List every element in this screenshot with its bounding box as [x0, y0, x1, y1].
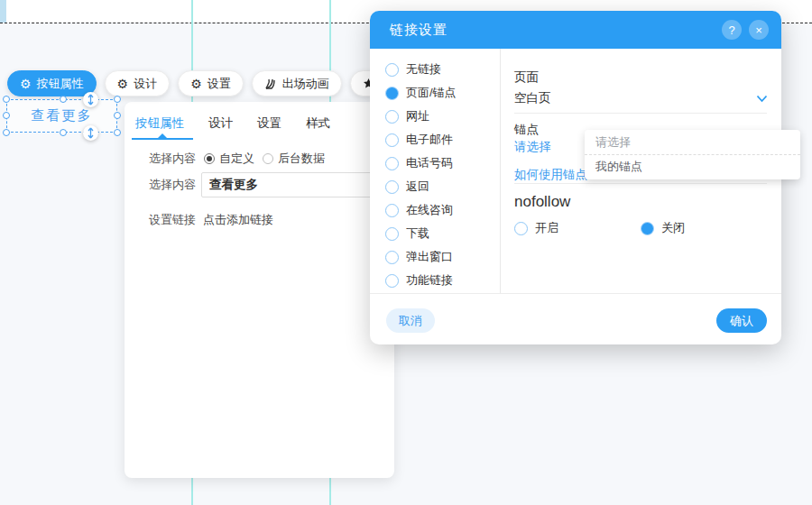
up-down-arrow-icon [87, 94, 95, 106]
add-link-button[interactable]: 点击添加链接 [203, 212, 273, 228]
radio-icon [263, 153, 273, 164]
radio-icon [385, 227, 399, 241]
radio-icon [385, 63, 399, 77]
toolbar-button-animation[interactable]: 出场动画 [252, 70, 342, 96]
confirm-button[interactable]: 确认 [716, 308, 767, 333]
resize-handle[interactable] [114, 96, 121, 103]
up-down-arrow-icon [87, 127, 95, 139]
radio-custom[interactable]: 自定义 [204, 151, 254, 167]
animation-icon [264, 78, 277, 90]
properties-panel: 按钮属性 设计 设置 样式 选择内容 自定义 后台数据 选择内容 设置链接 点击… [125, 102, 394, 478]
stretch-handle-bottom[interactable] [83, 125, 98, 141]
toolbar-button-design[interactable]: ⚙ 设计 [105, 70, 171, 96]
radio-backend-data[interactable]: 后台数据 [263, 151, 325, 167]
field-label: 选择内容 [149, 151, 196, 167]
panel-tabs: 按钮属性 设计 设置 样式 [135, 114, 330, 133]
field-label: 设置链接 [149, 212, 196, 228]
radio-icon [385, 157, 399, 170]
link-type-url[interactable]: 网址 [385, 105, 500, 128]
radio-label: 自定义 [219, 151, 254, 167]
toolbar-button-label: 出场动画 [282, 76, 329, 92]
set-link-row: 设置链接 点击添加链接 [149, 212, 273, 228]
resize-handle[interactable] [3, 96, 10, 103]
content-text-input[interactable] [201, 172, 381, 197]
toolbar-button-label: 设计 [134, 76, 157, 92]
radio-label: 后台数据 [278, 151, 325, 167]
link-type-phone[interactable]: 电话号码 [385, 152, 500, 175]
dropdown-separator [585, 154, 800, 155]
selected-element-label: 查看更多 [32, 107, 93, 124]
tab-style[interactable]: 样式 [306, 114, 330, 133]
dialog-header-buttons: ? × [722, 20, 769, 40]
resize-handle[interactable] [3, 129, 10, 136]
nofollow-off-option[interactable]: 关闭 [641, 220, 685, 236]
tab-indicator-caret [158, 133, 167, 138]
gear-icon: ⚙ [190, 78, 202, 90]
link-type-page-anchor[interactable]: 页面/锚点 [385, 81, 500, 105]
link-type-function[interactable]: 功能链接 [385, 269, 500, 292]
dialog-header[interactable]: 链接设置 ? × [370, 11, 781, 49]
dialog-footer: 取消 确认 [370, 293, 781, 344]
dialog-column-divider [500, 49, 501, 293]
radio-icon [385, 133, 399, 147]
radio-icon [641, 222, 654, 235]
radio-icon [385, 87, 399, 100]
resize-handle[interactable] [3, 112, 10, 119]
dropdown-option-placeholder[interactable]: 请选择 [585, 133, 800, 152]
tab-design[interactable]: 设计 [208, 114, 233, 133]
nofollow-label: nofollow [514, 193, 570, 211]
nofollow-on-option[interactable]: 开启 [514, 220, 558, 236]
radio-icon [385, 110, 399, 124]
anchor-dropdown-menu: 请选择 我的锚点 [585, 130, 800, 179]
link-type-download[interactable]: 下载 [385, 222, 500, 245]
link-type-none[interactable]: 无链接 [385, 58, 500, 81]
editor-canvas: ⚙ 按钮属性 ⚙ 设计 ⚙ 设置 出场动画 [0, 0, 812, 505]
radio-icon [385, 180, 399, 194]
toolbar-button-label: 设置 [208, 76, 231, 92]
radio-icon [514, 222, 528, 235]
stretch-handle-top[interactable] [83, 92, 98, 107]
link-type-back[interactable]: 返回 [385, 175, 500, 198]
gear-icon: ⚙ [117, 78, 129, 90]
dropdown-option-my-anchor[interactable]: 我的锚点 [585, 158, 800, 176]
toolbar-button-label: 按钮属性 [37, 76, 84, 92]
resize-handle[interactable] [60, 129, 67, 136]
page-section-label: 页面 [514, 69, 539, 86]
radio-icon [385, 274, 399, 288]
toolbar-button-settings[interactable]: ⚙ 设置 [178, 70, 244, 96]
toolbar-button-properties[interactable]: ⚙ 按钮属性 [7, 70, 97, 96]
link-type-list: 无链接 页面/锚点 网址 电子邮件 电话号码 返回 [370, 58, 500, 292]
cancel-button[interactable]: 取消 [386, 308, 435, 333]
content-source-row: 选择内容 自定义 后台数据 [149, 151, 325, 167]
link-type-online-consult[interactable]: 在线咨询 [385, 198, 500, 222]
chevron-down-icon[interactable] [756, 92, 768, 106]
close-icon[interactable]: × [749, 20, 769, 40]
gear-icon: ⚙ [20, 78, 32, 90]
resize-handle[interactable] [60, 96, 67, 103]
radio-icon [385, 251, 399, 264]
tab-settings[interactable]: 设置 [257, 114, 281, 133]
content-text-row: 选择内容 [149, 172, 381, 197]
resize-handle[interactable] [114, 112, 121, 119]
selected-canvas-element[interactable]: 查看更多 [6, 99, 117, 133]
link-type-email[interactable]: 电子邮件 [385, 128, 500, 152]
field-label: 选择内容 [149, 177, 196, 193]
resize-handle[interactable] [114, 129, 121, 136]
tab-button-properties[interactable]: 按钮属性 [135, 114, 184, 133]
section-divider [514, 113, 767, 114]
radio-icon [385, 204, 399, 217]
page-select-value[interactable]: 空白页 [514, 90, 551, 106]
anchor-select-value[interactable]: 请选择 [514, 139, 551, 155]
dialog-title: 链接设置 [390, 22, 448, 39]
anchor-help-link[interactable]: 如何使用锚点? [514, 167, 595, 183]
active-tab-indicator [132, 138, 193, 140]
link-type-popup[interactable]: 弹出窗口 [385, 245, 500, 269]
section-divider [514, 183, 767, 184]
help-icon[interactable]: ? [722, 20, 742, 40]
anchor-section-label: 锚点 [514, 122, 539, 138]
corner-chip [0, 0, 6, 23]
radio-icon [204, 153, 215, 164]
